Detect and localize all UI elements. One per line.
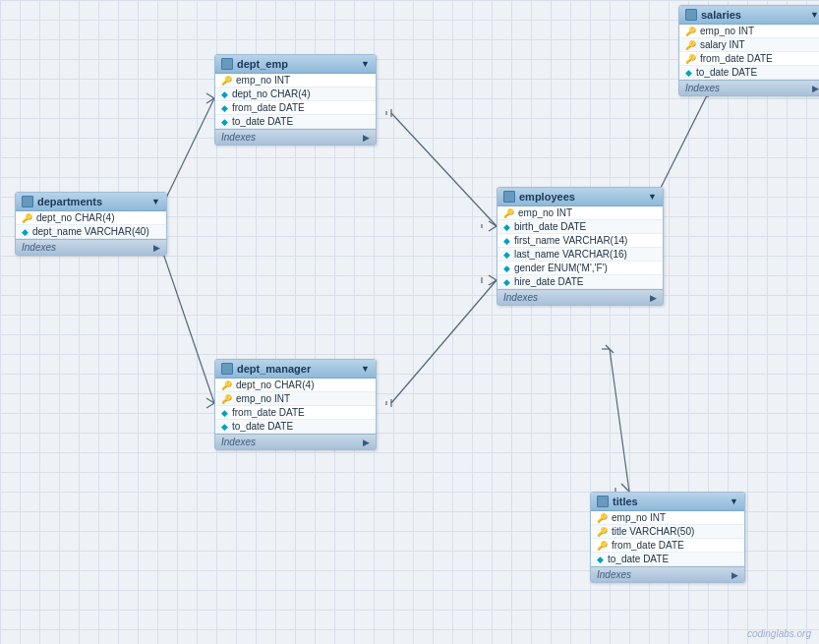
indexes-row[interactable]: Indexes ▶ (591, 566, 744, 582)
table-row: ◆ hire_date DATE (497, 275, 663, 289)
table-row: 🔑 dept_no CHAR(4) (215, 379, 376, 392)
field-text: to_date DATE (696, 67, 757, 78)
key-icon: 🔑 (685, 40, 696, 50)
svg-line-5 (206, 398, 214, 403)
key-icon: 🔑 (22, 213, 32, 223)
diamond-icon: ◆ (503, 250, 510, 260)
dept-emp-icon (221, 58, 233, 70)
indexes-row[interactable]: Indexes ▶ (16, 239, 166, 255)
indexes-label: Indexes (221, 132, 256, 143)
table-dept-emp[interactable]: dept_emp ▼ 🔑 emp_no INT ◆ dept_no CHAR(4… (214, 54, 377, 146)
indexes-expand-icon[interactable]: ▶ (731, 570, 738, 580)
indexes-row[interactable]: Indexes ▶ (215, 129, 376, 145)
diamond-icon: ◆ (221, 408, 228, 418)
table-row: 🔑 emp_no INT (215, 392, 376, 406)
table-row: ◆ last_name VARCHAR(16) (497, 248, 663, 262)
indexes-label: Indexes (685, 83, 720, 93)
departments-icon (22, 196, 33, 207)
table-departments[interactable]: departments ▼ 🔑 dept_no CHAR(4) ◆ dept_n… (15, 192, 167, 256)
table-row: 🔑 emp_no INT (497, 206, 663, 220)
field-text: to_date DATE (232, 116, 293, 127)
field-text: from_date DATE (232, 102, 305, 113)
table-row: 🔑 dept_no CHAR(4) (16, 211, 166, 225)
dept-emp-title: dept_emp (237, 58, 357, 70)
departments-header[interactable]: departments ▼ (16, 193, 166, 211)
dept-manager-icon (221, 363, 233, 375)
indexes-row[interactable]: Indexes ▶ (679, 80, 819, 95)
field-text: birth_date DATE (514, 221, 586, 232)
indexes-expand-icon[interactable]: ▶ (363, 133, 370, 143)
key-icon: 🔑 (221, 76, 232, 86)
svg-line-10 (489, 226, 497, 231)
dept-manager-header[interactable]: dept_manager ▼ (215, 360, 376, 379)
field-text: emp_no INT (236, 75, 290, 86)
titles-header[interactable]: titles ▼ (591, 493, 744, 511)
svg-line-2 (206, 98, 214, 103)
employees-title: employees (519, 191, 644, 203)
indexes-row[interactable]: Indexes ▶ (215, 434, 376, 449)
table-row: ◆ from_date DATE (215, 101, 376, 115)
indexes-row[interactable]: Indexes ▶ (497, 289, 663, 305)
table-row: ◆ first_name VARCHAR(14) (497, 234, 663, 248)
field-text: emp_no INT (612, 512, 666, 523)
employees-header[interactable]: employees ▼ (497, 188, 663, 206)
employees-arrow: ▼ (648, 192, 657, 202)
diamond-icon: ◆ (221, 117, 228, 127)
field-text: dept_no CHAR(4) (36, 212, 114, 223)
svg-line-15 (489, 275, 497, 280)
field-text: to_date DATE (232, 421, 293, 432)
diamond-icon: ◆ (685, 68, 692, 78)
table-titles[interactable]: titles ▼ 🔑 emp_no INT 🔑 title VARCHAR(50… (590, 492, 745, 583)
diamond-icon: ◆ (503, 277, 510, 287)
dept-manager-title: dept_manager (237, 363, 357, 375)
table-dept-manager[interactable]: dept_manager ▼ 🔑 dept_no CHAR(4) 🔑 emp_n… (214, 359, 377, 450)
titles-title: titles (613, 496, 726, 507)
field-text: emp_no INT (700, 26, 754, 36)
salaries-icon (685, 9, 697, 21)
dept-manager-arrow: ▼ (361, 364, 370, 374)
field-text: gender ENUM('M','F') (514, 263, 608, 273)
svg-line-6 (206, 403, 214, 408)
titles-icon (597, 496, 609, 507)
key-icon: 🔑 (597, 527, 608, 537)
salaries-title: salaries (701, 9, 806, 21)
indexes-expand-icon[interactable]: ▶ (650, 293, 657, 303)
dept-emp-arrow: ▼ (361, 59, 370, 69)
table-row: ◆ to_date DATE (215, 420, 376, 434)
table-row: ◆ to_date DATE (591, 553, 744, 566)
departments-arrow: ▼ (151, 197, 160, 206)
field-text: hire_date DATE (514, 276, 583, 287)
table-row: ◆ gender ENUM('M','F') (497, 262, 663, 275)
diamond-icon: ◆ (221, 422, 228, 432)
key-icon: 🔑 (597, 541, 608, 551)
indexes-label: Indexes (503, 292, 538, 303)
key-icon: 🔑 (685, 54, 696, 64)
indexes-expand-icon[interactable]: ▶ (812, 84, 819, 93)
salaries-header[interactable]: salaries ▼ (679, 6, 819, 25)
table-row: 🔑 from_date DATE (591, 539, 744, 553)
employees-icon (503, 191, 515, 203)
indexes-expand-icon[interactable]: ▶ (153, 243, 160, 253)
svg-line-26 (621, 484, 629, 492)
key-icon: 🔑 (685, 27, 696, 36)
diamond-icon: ◆ (221, 89, 228, 99)
dept-emp-header[interactable]: dept_emp ▼ (215, 55, 376, 74)
table-salaries[interactable]: salaries ▼ 🔑 emp_no INT 🔑 salary INT 🔑 f… (678, 5, 819, 96)
field-text: from_date DATE (700, 53, 773, 64)
key-icon: 🔑 (503, 208, 514, 218)
field-text: title VARCHAR(50) (612, 526, 694, 537)
diamond-icon: ◆ (597, 555, 604, 564)
diamond-icon: ◆ (503, 222, 510, 232)
table-row: 🔑 salary INT (679, 38, 819, 52)
field-text: last_name VARCHAR(16) (514, 249, 627, 260)
svg-line-9 (489, 221, 497, 226)
table-row: ◆ dept_name VARCHAR(40) (16, 225, 166, 239)
svg-line-8 (391, 113, 497, 226)
field-text: dept_no CHAR(4) (232, 88, 310, 99)
table-employees[interactable]: employees ▼ 🔑 emp_no INT ◆ birth_date DA… (497, 187, 664, 306)
field-text: salary INT (700, 39, 745, 50)
indexes-label: Indexes (221, 437, 256, 447)
field-text: dept_name VARCHAR(40) (32, 226, 149, 237)
indexes-expand-icon[interactable]: ▶ (363, 438, 370, 447)
field-text: from_date DATE (232, 407, 305, 418)
